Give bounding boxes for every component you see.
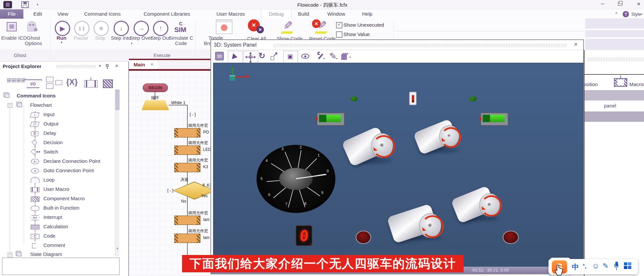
tree-item-switch[interactable]: Switch xyxy=(43,149,58,155)
clear-all-breakpoints-icon[interactable]: ✕ ✕ xyxy=(247,19,266,35)
macro-filter-icon[interactable] xyxy=(46,77,62,90)
tree-item-state-diagram[interactable]: State Diagram xyxy=(30,251,62,257)
menu-command-icons[interactable]: Command Icons xyxy=(83,9,122,19)
minimize-button[interactable]: – xyxy=(598,1,607,7)
tree-item-input[interactable]: Input xyxy=(43,111,54,117)
step-over-icon[interactable]: → xyxy=(134,21,149,36)
battery-led-bar[interactable] xyxy=(480,112,508,126)
show-value-checkbox[interactable] xyxy=(336,31,342,38)
tree-item-calculation[interactable]: Calculation xyxy=(43,224,68,229)
menu-window[interactable]: Window xyxy=(326,9,346,19)
scrollbar-thumb[interactable] xyxy=(115,89,120,110)
push-button[interactable] xyxy=(356,231,371,244)
component-macro-filter-icon[interactable] xyxy=(103,79,113,88)
run-dropdown-icon[interactable]: ▾ xyxy=(61,41,62,44)
tree-item-code[interactable]: Code xyxy=(43,233,55,239)
macros-column-header[interactable]: Macros xyxy=(629,81,644,87)
show-unexecuted-checkbox[interactable]: ✓ xyxy=(336,22,342,28)
component-macro-node[interactable] xyxy=(174,234,200,243)
menu-help[interactable]: Help xyxy=(361,9,374,19)
tree-item-command-icons[interactable]: Command Icons xyxy=(17,93,56,98)
seven-segment-display[interactable]: 0 xyxy=(296,225,312,246)
style-dropdown[interactable]: Style xyxy=(631,12,641,17)
tree-item-flowchart[interactable]: Flowchart xyxy=(30,102,52,108)
3d-panel-close-icon[interactable]: ✕ xyxy=(574,42,578,47)
3d-run-button[interactable] xyxy=(228,51,243,63)
close-button[interactable]: ✕ xyxy=(635,1,643,7)
tree-scrollbar[interactable]: ▼ xyxy=(115,89,119,256)
ghost-options-button[interactable]: Ghost Options xyxy=(19,35,47,46)
restore-button[interactable] xyxy=(618,2,622,6)
component-macro-node[interactable] xyxy=(174,128,200,137)
simulate-sim-icon[interactable]: SIM xyxy=(174,26,186,34)
enable-icd-icon[interactable] xyxy=(5,21,19,33)
3d-move-button[interactable] xyxy=(244,51,258,63)
menu-edit[interactable]: Edit xyxy=(32,9,43,19)
component-macro-node[interactable] xyxy=(174,216,200,225)
component-macro-node[interactable] xyxy=(174,163,200,172)
green-led[interactable] xyxy=(469,96,477,101)
run-icon[interactable]: ▶ xyxy=(55,21,70,36)
tab-close-icon[interactable]: ✕ xyxy=(150,62,154,67)
push-button[interactable] xyxy=(503,231,519,244)
style-dropdown-icon[interactable]: ▾ xyxy=(641,13,642,16)
3d-isolate-button[interactable]: ▣ xyxy=(283,51,298,63)
collapse-marker[interactable]: [-] xyxy=(167,189,174,193)
simulate-c-code-button[interactable]: Simulate C Code xyxy=(167,35,195,46)
rotary-dial[interactable]: 0 1 2 3 4 5 6 7 8 9 xyxy=(257,145,335,213)
ime-punctuation-toggle[interactable]: °, xyxy=(583,263,587,270)
tree-item-comment[interactable]: Comment xyxy=(43,242,65,248)
tree-item-output[interactable]: Output xyxy=(43,121,58,126)
save-icon[interactable] xyxy=(21,1,29,8)
menu-debug[interactable]: Debug xyxy=(261,9,292,19)
component-macro-node[interactable] xyxy=(174,146,200,155)
table-row[interactable] xyxy=(585,111,644,122)
show-code-icon[interactable]: ✎ xyxy=(280,19,298,35)
ime-emoji-icon[interactable]: ☺ xyxy=(592,262,599,270)
step-into-icon[interactable]: ↓ xyxy=(114,21,129,36)
user-macro-filter-icon[interactable] xyxy=(84,79,100,89)
3d-paint-icon[interactable]: ✎ ▾ xyxy=(329,51,339,61)
menu-build[interactable]: Build xyxy=(297,9,310,19)
panel-drag-handle[interactable] xyxy=(273,44,567,47)
panel-drag-handle[interactable] xyxy=(56,65,96,68)
step-out-icon[interactable]: ↑ xyxy=(153,21,168,36)
ime-handwriting-icon[interactable]: ✎ xyxy=(603,262,609,270)
collapse-marker[interactable]: [-] xyxy=(189,112,196,117)
3d-panel-titlebar[interactable]: 3D: System Panel ✕ xyxy=(211,40,583,50)
tree-item-delay[interactable]: Delay xyxy=(43,130,56,136)
show-value-label[interactable]: Show Value xyxy=(343,31,370,37)
tree-expander[interactable]: − xyxy=(8,103,12,108)
loop-node[interactable] xyxy=(142,100,169,110)
quick-access-dropdown-icon[interactable]: ▾ xyxy=(37,3,38,6)
3d-eye-icon[interactable] xyxy=(301,53,311,60)
menu-file[interactable]: File xyxy=(0,9,23,19)
menu-user-macros[interactable]: User Macros xyxy=(215,9,246,19)
panel-dropdown-icon[interactable]: ▼ xyxy=(98,64,102,68)
tree-item-goto-connection-point[interactable]: Goto Connection Point xyxy=(43,168,94,173)
scrollbar-down-icon[interactable]: ▼ xyxy=(116,247,119,250)
tree-item-built-in-function[interactable]: Built-in Function xyxy=(43,205,79,211)
help-icon[interactable]: ? xyxy=(623,11,629,17)
panel-close-icon[interactable]: ✕ xyxy=(115,63,119,68)
table-row[interactable] xyxy=(585,90,644,100)
panel-drag-handle[interactable] xyxy=(587,57,643,61)
show-unexecuted-label[interactable]: Show Unexecuted xyxy=(343,22,384,28)
tab-main[interactable]: Main ✕ xyxy=(130,60,158,69)
simulate-c-icon[interactable]: C xyxy=(179,21,183,26)
menu-component-libraries[interactable]: Component Libraries xyxy=(142,9,191,19)
3d-viewport[interactable]: 0 1 2 3 4 5 6 7 8 9 0 xyxy=(213,63,583,267)
ime-keyboard-layout-icon[interactable] xyxy=(624,262,632,270)
io-filter-icon[interactable]: I/O xyxy=(24,79,42,88)
tree-item-declare-connection-point[interactable]: Declare Connection Point xyxy=(43,158,100,164)
tree-item-loop[interactable]: Loop xyxy=(43,177,54,183)
step-into-dropdown-icon[interactable]: ▾ xyxy=(131,42,133,45)
ime-microphone-icon[interactable] xyxy=(614,262,619,272)
led-module[interactable] xyxy=(409,92,417,105)
green-led[interactable] xyxy=(350,96,358,101)
reset-code-icon[interactable]: ✕ ✎ xyxy=(312,19,331,35)
ghost-options-icon[interactable] xyxy=(25,20,39,33)
3d-resize-icon[interactable]: ↗ xyxy=(271,52,279,60)
menu-view[interactable]: View xyxy=(56,9,69,19)
tree-item-decision[interactable]: Decision xyxy=(43,140,63,145)
